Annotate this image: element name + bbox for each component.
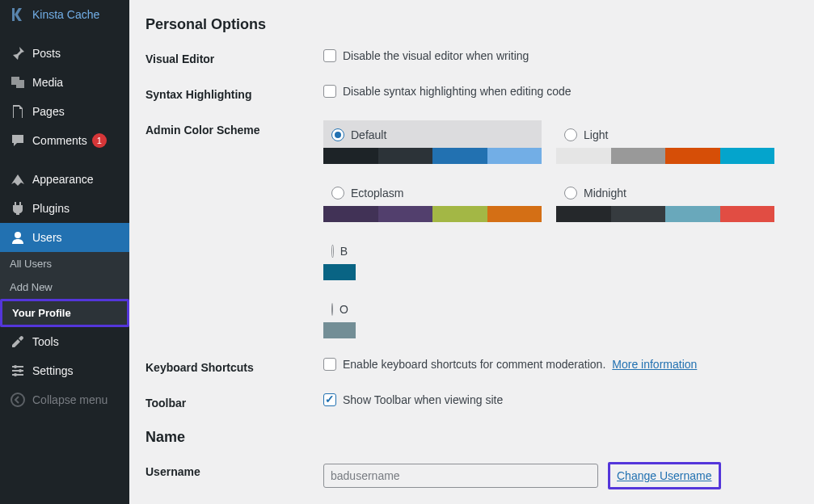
sidebar-item-label: Plugins [32, 202, 70, 215]
sidebar-item-label: Appearance [32, 173, 94, 186]
radio-partial-1[interactable] [331, 245, 334, 258]
media-icon [10, 74, 26, 90]
sidebar-item-tools[interactable]: Tools [0, 327, 129, 356]
label-toolbar: Toolbar [146, 393, 323, 410]
checkbox-toolbar[interactable] [323, 393, 336, 406]
sidebar-item-pages[interactable]: Pages [0, 97, 129, 126]
label-keyboard-shortcuts: Keyboard Shortcuts [146, 358, 323, 374]
sidebar-item-plugins[interactable]: Plugins [0, 194, 129, 223]
color-swatches [323, 148, 542, 164]
scheme-label: Default [351, 128, 386, 141]
color-swatches [556, 148, 774, 164]
sidebar-item-label: Settings [32, 364, 74, 377]
scheme-label: Light [584, 128, 608, 141]
sidebar-item-label: Pages [32, 105, 65, 118]
pin-icon [10, 45, 26, 61]
color-scheme-midnight[interactable]: Midnight [556, 178, 774, 222]
sidebar-item-appearance[interactable]: Appearance [0, 165, 129, 194]
sidebar-item-settings[interactable]: Settings [0, 356, 129, 385]
checkbox-label-visual-editor: Disable the visual editor when writing [343, 49, 529, 62]
radio-light[interactable] [564, 128, 577, 141]
plugins-icon [10, 200, 26, 216]
admin-sidebar: Kinsta Cache Posts Media Pages Comments … [0, 0, 129, 504]
checkbox-keyboard-shortcuts[interactable] [323, 358, 336, 371]
svg-point-4 [14, 365, 17, 368]
sidebar-item-label: Users [32, 231, 62, 244]
checkbox-syntax-highlighting[interactable] [323, 85, 336, 98]
sidebar-item-media[interactable]: Media [0, 68, 129, 97]
radio-partial-2[interactable] [331, 303, 333, 316]
checkbox-label-keyboard-shortcuts: Enable keyboard shortcuts for comment mo… [343, 358, 605, 371]
sidebar-item-posts[interactable]: Posts [0, 39, 129, 68]
color-swatches [323, 322, 356, 338]
section-heading-personal-options: Personal Options [146, 16, 798, 33]
color-scheme-default[interactable]: Default [323, 120, 542, 164]
radio-default[interactable] [331, 128, 344, 141]
sidebar-item-comments[interactable]: Comments 1 [0, 126, 129, 155]
sidebar-item-label: Posts [32, 47, 61, 60]
label-admin-color-scheme: Admin Color Scheme [146, 120, 323, 136]
scheme-label: Midnight [584, 187, 626, 200]
color-swatches [556, 206, 774, 222]
sidebar-item-label: Comments [32, 134, 87, 147]
label-syntax-highlighting: Syntax Highlighting [146, 85, 323, 101]
sidebar-item-kinsta-cache[interactable]: Kinsta Cache [0, 0, 129, 29]
sidebar-item-users[interactable]: Users [0, 223, 129, 252]
pages-icon [10, 103, 26, 120]
main-content: Personal Options Visual Editor Disable t… [129, 0, 814, 504]
input-username[interactable] [323, 464, 598, 488]
scheme-label: O [340, 303, 348, 316]
color-scheme-partial-1[interactable]: B [323, 237, 356, 280]
checkbox-label-syntax-highlighting: Disable syntax highlighting when editing… [343, 85, 571, 98]
sidebar-item-label: Kinsta Cache [32, 8, 99, 21]
checkbox-visual-editor[interactable] [323, 49, 336, 62]
svg-point-5 [19, 369, 22, 372]
sidebar-item-label: Media [32, 76, 63, 89]
link-change-username[interactable]: Change Username [617, 469, 712, 482]
submenu-your-profile[interactable]: Your Profile [0, 299, 129, 327]
color-swatches [323, 264, 356, 280]
kinsta-icon [10, 6, 26, 23]
comments-icon [10, 132, 26, 149]
tools-icon [10, 334, 26, 350]
link-change-username-wrapper: Change Username [608, 462, 721, 489]
appearance-icon [10, 171, 26, 187]
collapse-icon [10, 392, 26, 408]
submenu-add-new[interactable]: Add New [0, 275, 129, 299]
link-more-information[interactable]: More information [612, 358, 697, 371]
submenu-all-users[interactable]: All Users [0, 252, 129, 275]
scheme-label: Ectoplasm [351, 187, 403, 200]
section-heading-name: Name [146, 429, 798, 446]
scheme-label: B [340, 245, 348, 258]
color-swatches [323, 206, 542, 222]
users-submenu: All Users Add New Your Profile [0, 252, 129, 327]
color-scheme-partial-2[interactable]: O [323, 295, 356, 338]
label-username: Username [146, 462, 323, 478]
color-scheme-light[interactable]: Light [556, 120, 774, 164]
radio-ectoplasm[interactable] [331, 187, 344, 200]
users-icon [10, 229, 26, 246]
color-scheme-ectoplasm[interactable]: Ectoplasm [323, 178, 542, 222]
label-visual-editor: Visual Editor [146, 49, 323, 65]
settings-icon [10, 363, 26, 379]
radio-midnight[interactable] [564, 187, 577, 200]
svg-point-0 [15, 232, 21, 238]
svg-point-7 [11, 393, 24, 406]
svg-point-6 [14, 373, 17, 376]
sidebar-item-collapse[interactable]: Collapse menu [0, 385, 129, 414]
checkbox-label-toolbar: Show Toolbar when viewing site [343, 393, 503, 406]
sidebar-item-label: Tools [32, 335, 59, 348]
sidebar-item-label: Collapse menu [32, 393, 108, 406]
comments-badge: 1 [92, 133, 107, 148]
